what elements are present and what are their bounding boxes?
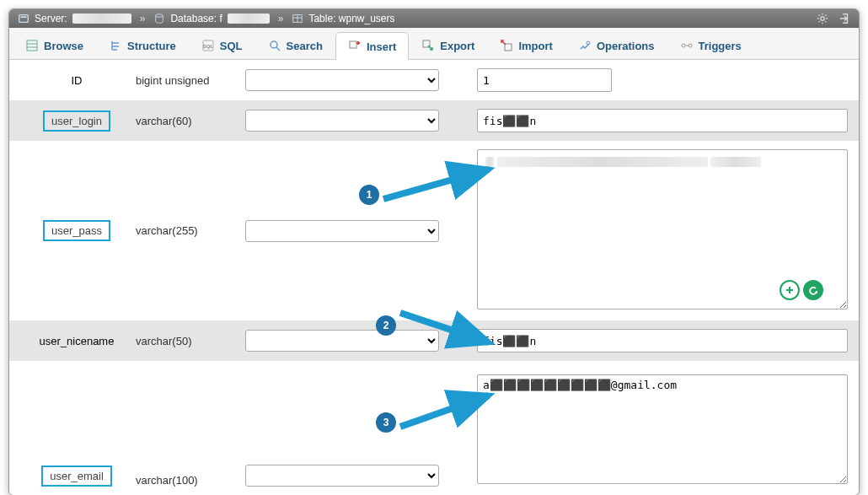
import-icon xyxy=(500,39,513,52)
svg-point-6 xyxy=(821,17,824,20)
tab-triggers[interactable]: Triggers xyxy=(667,31,754,59)
tab-export[interactable]: Export xyxy=(409,31,487,59)
search-icon xyxy=(268,39,281,52)
field-name: user_login xyxy=(43,110,110,132)
gear-icon[interactable] xyxy=(817,13,828,24)
svg-point-2 xyxy=(156,14,163,18)
structure-icon xyxy=(109,39,122,52)
tab-bar: Browse Structure SQL SQL Search Insert E… xyxy=(9,28,859,60)
svg-text:SQL: SQL xyxy=(203,44,214,49)
row-user-login: user_login varchar(60) xyxy=(9,100,859,141)
function-select[interactable] xyxy=(245,465,439,487)
field-type: varchar(100) xyxy=(136,474,245,487)
value-input[interactable] xyxy=(477,68,612,92)
export-icon xyxy=(421,39,435,52)
triggers-icon xyxy=(680,39,694,52)
operations-icon xyxy=(578,39,592,52)
bc-table[interactable]: Table: wpnw_users xyxy=(308,13,394,24)
field-type: varchar(50) xyxy=(136,335,245,347)
field-type: bigint unsigned xyxy=(136,74,245,87)
grammarly-badge[interactable] xyxy=(780,280,823,300)
bc-sep: » xyxy=(275,13,287,24)
field-name: user_email xyxy=(41,465,112,487)
table-icon xyxy=(292,13,303,24)
tab-operations[interactable]: Operations xyxy=(565,31,667,59)
bc-database[interactable]: Database: f xyxy=(170,13,222,24)
value-input[interactable] xyxy=(477,109,848,132)
field-name: user_pass xyxy=(43,220,110,241)
row-user-pass: user_pass varchar(255) xyxy=(9,141,859,320)
field-type: varchar(60) xyxy=(136,115,245,127)
svg-point-19 xyxy=(689,44,692,47)
svg-point-12 xyxy=(271,41,277,48)
tab-sql[interactable]: SQL SQL xyxy=(189,31,255,59)
tab-structure[interactable]: Structure xyxy=(96,31,189,59)
field-name: ID xyxy=(18,74,136,87)
value-input[interactable] xyxy=(477,329,848,352)
browse-icon xyxy=(25,39,39,52)
exit-icon[interactable] xyxy=(839,13,850,24)
svg-point-18 xyxy=(682,44,685,47)
function-select[interactable] xyxy=(245,330,439,352)
field-name: user_nicename xyxy=(18,335,136,347)
tab-insert[interactable]: Insert xyxy=(335,32,409,60)
bc-server[interactable]: Server: xyxy=(35,13,67,24)
bc-sep: » xyxy=(137,13,149,24)
bc-server-value xyxy=(72,13,131,24)
insert-form: ID bigint unsigned user_login varchar(60… xyxy=(9,60,859,495)
field-type: varchar(255) xyxy=(136,224,245,237)
function-select[interactable] xyxy=(245,69,439,91)
tab-search[interactable]: Search xyxy=(255,31,335,59)
sql-icon: SQL xyxy=(201,39,215,52)
row-id: ID bigint unsigned xyxy=(9,60,859,100)
breadcrumb: Server: » Database: f » Table: wpnw_user… xyxy=(9,9,859,28)
value-textarea[interactable] xyxy=(477,374,848,484)
svg-line-13 xyxy=(276,47,280,51)
tab-import[interactable]: Import xyxy=(487,31,565,59)
insert-icon xyxy=(348,40,362,53)
row-user-email: user_email varchar(100) xyxy=(9,361,859,495)
svg-rect-14 xyxy=(350,41,356,48)
function-select[interactable] xyxy=(245,110,439,132)
server-icon xyxy=(18,13,29,24)
row-user-nicename: user_nicename varchar(50) xyxy=(9,320,859,361)
svg-rect-1 xyxy=(21,16,27,18)
svg-rect-16 xyxy=(505,44,512,51)
svg-rect-0 xyxy=(19,15,29,23)
database-icon xyxy=(153,13,165,24)
function-select[interactable] xyxy=(245,220,439,242)
redacted-pass xyxy=(485,154,761,167)
bc-db-value xyxy=(228,13,270,24)
svg-rect-7 xyxy=(27,40,37,51)
tab-browse[interactable]: Browse xyxy=(13,31,96,59)
